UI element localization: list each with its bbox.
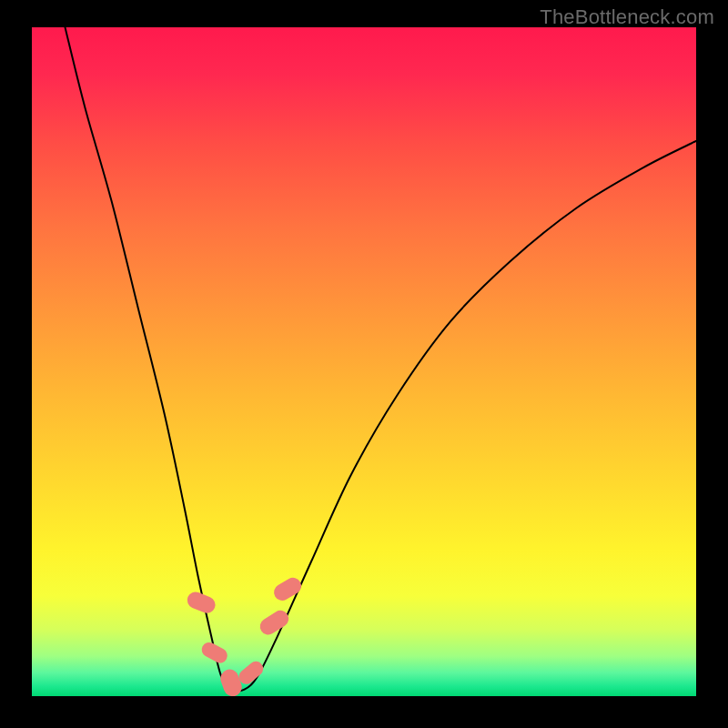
marker-layer bbox=[185, 575, 304, 696]
plot-area bbox=[32, 27, 696, 696]
curve-layer bbox=[32, 27, 696, 696]
curve-marker-2 bbox=[218, 667, 245, 696]
curve-marker-5 bbox=[271, 575, 305, 604]
bottleneck-curve bbox=[66, 27, 697, 691]
curve-marker-1 bbox=[199, 640, 230, 665]
curve-marker-4 bbox=[257, 607, 291, 637]
chart-frame: TheBottleneck.com bbox=[0, 0, 728, 728]
watermark-text: TheBottleneck.com bbox=[540, 5, 714, 29]
